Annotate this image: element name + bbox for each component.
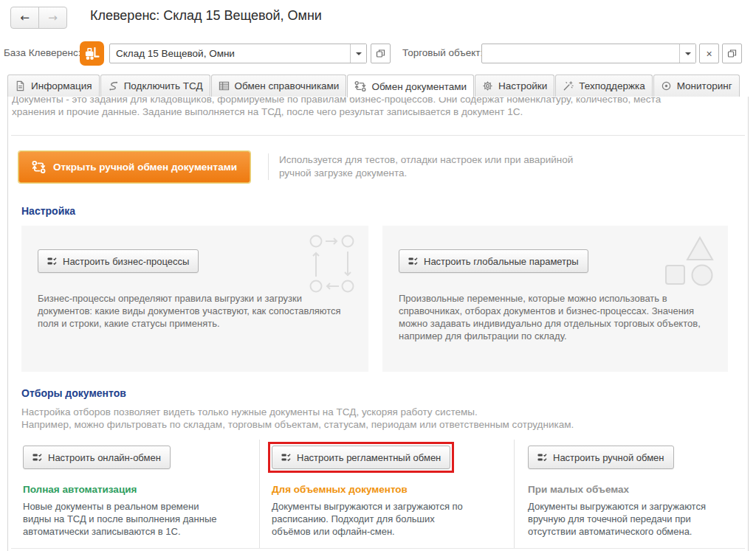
table-icon (219, 80, 230, 91)
exchange-options-row: Настроить онлайн-обмен Полная автоматиза… (11, 440, 745, 549)
settings-section-title: Настройка (21, 205, 75, 217)
manual-exchange-column: Настроить ручной обмен При малых объемах… (514, 440, 745, 549)
cable-icon (108, 80, 119, 91)
configure-online-exchange-button[interactable]: Настроить онлайн-обмен (23, 446, 171, 469)
base-combobox (109, 44, 367, 63)
configure-global-parameters-button[interactable]: Настроить глобальные параметры (399, 249, 588, 273)
trade-object-combobox (481, 44, 696, 63)
business-processes-description: Бизнес-процессы определяют правила выгру… (38, 292, 354, 330)
divider (11, 548, 745, 549)
highlight-box: Настроить регламентный обмен (268, 442, 454, 473)
base-label: База Клеверенс: (4, 47, 80, 58)
base-dropdown-arrow[interactable] (350, 44, 366, 63)
manual-exchange-subtitle: При малых объемах (528, 484, 739, 495)
settings-list-icon (281, 453, 291, 462)
online-exchange-column: Настроить онлайн-обмен Полная автоматиза… (11, 440, 259, 549)
base-open-button[interactable] (371, 44, 391, 63)
filters-section-description: Настройка отборов позволяет видеть тольк… (21, 406, 574, 431)
intro-paragraph: Документы - это задания для кладовщиков,… (12, 97, 744, 131)
business-processes-card: Настроить бизнес-процессы Бизнес-процесс… (21, 226, 368, 372)
scheduled-exchange-subtitle: Для объемных документов (272, 484, 508, 495)
online-exchange-description: Новые документы в реальном времени видны… (23, 500, 221, 538)
trade-open-button[interactable] (722, 44, 742, 63)
tab-support[interactable]: Техподдержка (555, 74, 652, 97)
gear-icon (482, 80, 493, 91)
trade-dropdown-arrow[interactable] (679, 44, 695, 63)
tab-directory-exchange[interactable]: Обмен справочниками (211, 74, 347, 97)
forward-button[interactable]: → (39, 7, 66, 28)
shapes-decorative-icon (662, 233, 718, 289)
trade-object-input[interactable] (482, 44, 679, 63)
global-parameters-description: Произвольные переменные, которые можно и… (399, 292, 713, 342)
configure-manual-exchange-button[interactable]: Настроить ручной обмен (528, 446, 674, 469)
trade-object-label: Торговый объект: (402, 47, 483, 58)
configure-scheduled-exchange-button[interactable]: Настроить регламентный обмен (272, 446, 450, 469)
tab-information[interactable]: Информация (7, 74, 100, 97)
base-select-input[interactable] (110, 44, 350, 63)
tab-connect-tsd[interactable]: Подключить ТСД (100, 74, 210, 97)
settings-list-icon (537, 453, 547, 462)
tab-monitoring[interactable]: Мониторинг (653, 74, 740, 97)
global-parameters-card: Настроить глобальные параметры Произволь… (382, 226, 728, 372)
open-manual-exchange-button[interactable]: Открыть ручной обмен документами (18, 151, 250, 183)
page-title: Клеверенс: Склад 15 Вещевой, Омни (90, 8, 322, 24)
manual-exchange-description: Используется для тестов, отладки настрое… (268, 153, 598, 180)
settings-list-icon (408, 257, 418, 266)
settings-list-icon (32, 453, 42, 462)
online-exchange-subtitle: Полная автоматизация (23, 484, 253, 495)
tab-settings[interactable]: Настройки (475, 74, 554, 97)
divider (11, 135, 745, 136)
exchange-icon (354, 80, 366, 92)
tab-document-exchange[interactable]: Обмен документами (347, 74, 474, 97)
settings-list-icon (47, 257, 57, 266)
trade-clear-button[interactable]: × (699, 44, 719, 63)
tab-content-panel: Документы - это задания для кладовщиков,… (7, 97, 749, 551)
flowchart-decorative-icon (306, 233, 358, 295)
document-icon (15, 80, 26, 91)
history-nav: ← → (10, 7, 67, 29)
exchange-icon (32, 160, 46, 174)
eye-icon (661, 80, 672, 91)
back-button[interactable]: ← (11, 7, 39, 28)
filters-section-title: Отборы документов (21, 387, 126, 399)
app-window: ← → Клеверенс: Склад 15 Вещевой, Омни Ба… (0, 0, 756, 551)
forklift-icon (80, 41, 104, 66)
manual-exchange-description: Документы выгружаются и загружаются вруч… (528, 500, 726, 538)
configure-business-processes-button[interactable]: Настроить бизнес-процессы (38, 249, 199, 273)
tab-bar: Информация Подключить ТСД Обмен справочн… (7, 74, 749, 97)
scheduled-exchange-column: Настроить регламентный обмен Для объемны… (259, 440, 514, 549)
wand-icon (563, 80, 574, 91)
scheduled-exchange-description: Документы выгружаются и загружаются по р… (272, 500, 470, 538)
